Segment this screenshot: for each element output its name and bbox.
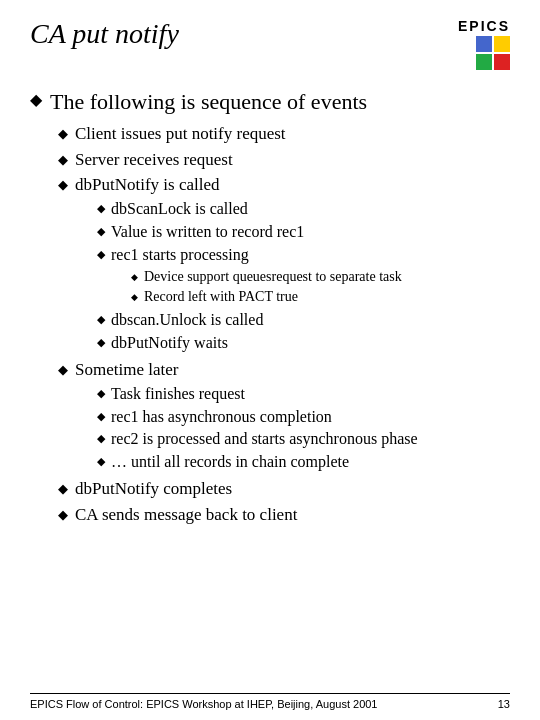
- l2-diamond-icon: ◆: [97, 432, 105, 445]
- l1-diamond-icon: ◆: [58, 362, 68, 378]
- list-item: ◆ Sometime later ◆ Task finishes request…: [58, 359, 510, 475]
- slide-footer: EPICS Flow of Control: EPICS Workshop at…: [30, 693, 510, 710]
- l1-item-text: CA sends message back to client: [75, 504, 297, 527]
- l3-item-text: Record left with PACT true: [144, 288, 298, 306]
- l1-diamond-icon: ◆: [58, 126, 68, 142]
- epics-sq4: [494, 54, 510, 70]
- epics-sq2: [494, 36, 510, 52]
- footer-text: EPICS Flow of Control: EPICS Workshop at…: [30, 698, 378, 710]
- epics-sq3: [476, 54, 492, 70]
- l3-diamond-icon: ◆: [131, 292, 138, 302]
- l1-item-text: Client issues put notify request: [75, 123, 286, 146]
- l1-diamond-icon: ◆: [58, 152, 68, 168]
- list-item: ◆ rec1 has asynchronous completion: [97, 407, 418, 428]
- l2-diamond-icon: ◆: [97, 387, 105, 400]
- list-item: ◆ dbPutNotify waits: [97, 333, 402, 354]
- l2-item-text: Value is written to record rec1: [111, 222, 304, 243]
- list-item: ◆ Device support queuesrequest to separa…: [131, 268, 402, 286]
- epics-squares: [476, 36, 510, 70]
- l1-list: ◆ Client issues put notify request ◆ Ser…: [58, 123, 510, 527]
- epics-label: EPICS: [458, 18, 510, 34]
- l1-item-text: Sometime later: [75, 360, 178, 379]
- list-item: ◆ rec2 is processed and starts asynchron…: [97, 429, 418, 450]
- l2-item-text: rec2 is processed and starts asynchronou…: [111, 429, 418, 450]
- l3-list: ◆ Device support queuesrequest to separa…: [131, 268, 402, 306]
- l2-diamond-icon: ◆: [97, 336, 105, 349]
- list-item: ◆ Task finishes request: [97, 384, 418, 405]
- l1-item-text: dbPutNotify completes: [75, 478, 232, 501]
- l2-item-text: dbscan.Unlock is called: [111, 310, 263, 331]
- l2-item-text: … until all records in chain complete: [111, 452, 349, 473]
- l2-diamond-icon: ◆: [97, 410, 105, 423]
- slide-page: CA put notify EPICS ◆ The following is s…: [0, 0, 540, 720]
- l2-list: ◆ dbScanLock is called ◆ Value is writte…: [97, 199, 402, 353]
- list-item: ◆ rec1 starts processing ◆ Device suppor…: [97, 245, 402, 308]
- l2-diamond-icon: ◆: [97, 202, 105, 215]
- l2-item-text: rec1 has asynchronous completion: [111, 407, 332, 428]
- l2-item-text: dbPutNotify waits: [111, 333, 228, 354]
- list-item: ◆ Client issues put notify request: [58, 123, 510, 146]
- l2-item-text: Task finishes request: [111, 384, 245, 405]
- l2-diamond-icon: ◆: [97, 455, 105, 468]
- top-diamond-icon: ◆: [30, 90, 42, 109]
- slide-content: ◆ The following is sequence of events ◆ …: [30, 88, 510, 527]
- list-item: ◆ dbscan.Unlock is called: [97, 310, 402, 331]
- l1-diamond-icon: ◆: [58, 177, 68, 193]
- l3-item-text: Device support queuesrequest to separate…: [144, 268, 402, 286]
- list-item: ◆ Record left with PACT true: [131, 288, 402, 306]
- list-item: ◆ Value is written to record rec1: [97, 222, 402, 243]
- l2-list: ◆ Task finishes request ◆ rec1 has async…: [97, 384, 418, 473]
- list-item: ◆ Server receives request: [58, 149, 510, 172]
- slide-title: CA put notify: [30, 18, 179, 50]
- l2-item-text: rec1 starts processing: [111, 246, 249, 263]
- l1-item-text: dbPutNotify is called: [75, 175, 219, 194]
- l2-diamond-icon: ◆: [97, 313, 105, 326]
- epics-sq1: [476, 36, 492, 52]
- slide-header: CA put notify EPICS: [30, 18, 510, 70]
- l1-item-text: Server receives request: [75, 149, 233, 172]
- list-item: ◆ dbScanLock is called: [97, 199, 402, 220]
- list-item: ◆ … until all records in chain complete: [97, 452, 418, 473]
- epics-logo: EPICS: [458, 18, 510, 70]
- l2-diamond-icon: ◆: [97, 225, 105, 238]
- footer-page-number: 13: [498, 698, 510, 710]
- list-item: ◆ CA sends message back to client: [58, 504, 510, 527]
- l3-diamond-icon: ◆: [131, 272, 138, 282]
- list-item: ◆ dbPutNotify is called ◆ dbScanLock is …: [58, 174, 510, 355]
- l1-diamond-icon: ◆: [58, 507, 68, 523]
- l2-diamond-icon: ◆: [97, 248, 105, 261]
- top-bullet: ◆ The following is sequence of events: [30, 88, 510, 117]
- l1-diamond-icon: ◆: [58, 481, 68, 497]
- top-bullet-text: The following is sequence of events: [50, 88, 367, 117]
- l2-item-text: dbScanLock is called: [111, 199, 248, 220]
- list-item: ◆ dbPutNotify completes: [58, 478, 510, 501]
